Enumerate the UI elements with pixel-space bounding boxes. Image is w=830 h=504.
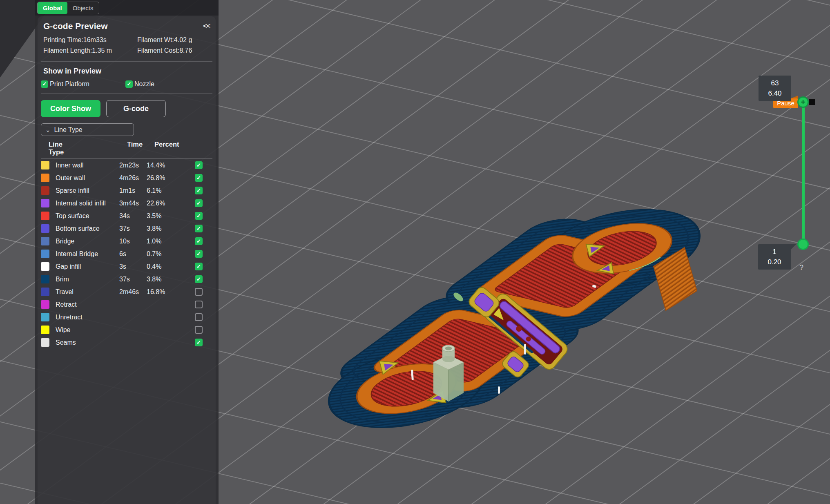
show-in-preview-title: Show in Preview — [43, 67, 210, 76]
line-type-visibility-checkbox[interactable]: ✓ — [195, 174, 203, 182]
bottom-layer-height: 0.20 — [758, 257, 791, 267]
header-time: Time — [127, 140, 154, 156]
line-type-visibility-checkbox[interactable]: ✓ — [195, 263, 203, 270]
line-type-dropdown[interactable]: ⌄ Line Type — [41, 123, 134, 136]
line-type-percent: 1.0% — [147, 238, 195, 245]
seam-tick — [498, 386, 500, 394]
line-type-visibility-checkbox[interactable]: ✓ — [195, 339, 203, 346]
line-type-label: Seams — [56, 339, 119, 346]
line-type-row: Bottom surface37s3.8%✓ — [41, 222, 212, 235]
line-type-percent: 3.8% — [147, 225, 195, 232]
divider — [41, 93, 212, 94]
tab-objects[interactable]: Objects — [67, 2, 99, 14]
line-type-row: Bridge10s1.0%✓ — [41, 235, 212, 248]
gcode-preview-panel: Global Objects G-code Preview << Printin… — [35, 0, 219, 504]
print-stats: Printing Time:16m33s Filament Wt:4.02 g … — [43, 35, 210, 56]
divider — [41, 61, 212, 62]
seam-tick — [524, 344, 526, 355]
line-type-time: 37s — [119, 276, 147, 283]
view-mode-buttons: Color Show G-code — [41, 100, 212, 117]
line-type-row: Brim37s3.8%✓ — [41, 273, 212, 285]
line-type-visibility-checkbox[interactable] — [195, 313, 203, 321]
filament-weight-stat: Filament Wt:4.02 g — [137, 35, 192, 45]
color-show-button[interactable]: Color Show — [41, 100, 100, 117]
line-type-visibility-checkbox[interactable] — [195, 301, 203, 308]
line-type-table-header: Line Type Time Percent — [41, 140, 212, 156]
chevron-down-icon: ⌄ — [45, 128, 51, 132]
line-type-row: Wipe — [41, 323, 212, 336]
line-type-time: 3m44s — [119, 200, 147, 207]
line-type-label: Retract — [56, 301, 119, 308]
color-swatch — [41, 326, 49, 334]
line-type-label: Inner wall — [56, 162, 119, 169]
tab-global[interactable]: Global — [38, 2, 67, 14]
line-type-visibility-checkbox[interactable]: ✓ — [195, 275, 203, 283]
line-type-percent: 22.6% — [147, 200, 195, 207]
color-swatch — [41, 186, 49, 195]
line-type-label: Sparse infill — [56, 187, 119, 194]
line-type-visibility-checkbox[interactable]: ✓ — [195, 187, 203, 194]
color-swatch — [41, 275, 49, 283]
line-type-label: Internal solid infill — [56, 200, 119, 207]
line-type-row: Retract — [41, 298, 212, 311]
color-swatch — [41, 288, 49, 296]
color-swatch — [41, 174, 49, 182]
color-swatch — [41, 199, 49, 207]
help-icon[interactable]: ? — [799, 263, 803, 272]
line-type-label: Wipe — [56, 326, 119, 334]
line-type-time: 34s — [119, 212, 147, 220]
layer-marker-square[interactable] — [809, 99, 815, 105]
line-type-percent: 3.5% — [147, 212, 195, 220]
show-in-preview-options: ✓Print Platform✓Nozzle — [41, 80, 210, 88]
filament-cost-stat: Filament Cost:8.76 — [137, 45, 192, 56]
color-swatch — [41, 250, 49, 258]
bottom-layer-number: 1 — [758, 247, 791, 257]
line-type-time: 10s — [119, 238, 147, 245]
layer-slider-bottom-handle[interactable] — [797, 239, 809, 250]
line-type-time: 3s — [119, 263, 147, 270]
line-type-label: Travel — [56, 288, 119, 296]
line-type-percent: 0.7% — [147, 250, 195, 258]
line-type-visibility-checkbox[interactable]: ✓ — [195, 237, 203, 245]
checkbox[interactable]: ✓ — [41, 80, 48, 88]
color-swatch — [41, 300, 49, 309]
gcode-button[interactable]: G-code — [106, 100, 166, 117]
line-type-row: Internal Bridge6s0.7%✓ — [41, 248, 212, 260]
header-line-type: Line Type — [41, 140, 63, 156]
color-swatch — [41, 237, 49, 245]
line-type-time: 2m46s — [119, 288, 147, 296]
show-in-preview-option: ✓Print Platform — [41, 80, 125, 88]
layer-slider-track[interactable] — [802, 102, 805, 244]
line-type-row: Travel2m46s16.8% — [41, 285, 212, 298]
line-type-visibility-checkbox[interactable]: ✓ — [195, 250, 203, 258]
checkbox[interactable]: ✓ — [125, 80, 133, 88]
line-type-visibility-checkbox[interactable]: ✓ — [195, 225, 203, 232]
plus-icon: + — [801, 98, 805, 106]
collapse-panel-icon[interactable]: << — [203, 22, 210, 30]
line-type-label: Gap infill — [56, 263, 119, 270]
layer-slider-top-handle[interactable]: + — [797, 96, 809, 108]
line-type-visibility-checkbox[interactable]: ✓ — [195, 199, 203, 207]
line-type-label: Brim — [56, 276, 119, 283]
line-type-time: 2m23s — [119, 162, 147, 169]
line-type-dropdown-label: Line Type — [54, 126, 83, 134]
checkbox-label: Nozzle — [134, 80, 154, 88]
line-type-visibility-checkbox[interactable] — [195, 288, 203, 296]
line-type-visibility-checkbox[interactable] — [195, 326, 203, 334]
line-type-visibility-checkbox[interactable]: ✓ — [195, 161, 203, 169]
line-type-time: 1m1s — [119, 187, 147, 194]
line-type-percent: 16.8% — [147, 288, 195, 296]
line-type-row: Inner wall2m23s14.4%✓ — [41, 159, 212, 172]
line-type-row: Sparse infill1m1s6.1%✓ — [41, 184, 212, 197]
line-type-label: Outer wall — [56, 174, 119, 182]
header-percent: Percent — [154, 140, 203, 156]
gcode-preview-card: G-code Preview << Printing Time:16m33s F… — [38, 16, 216, 504]
line-type-visibility-checkbox[interactable]: ✓ — [195, 212, 203, 220]
layer-slider-bottom-tooltip: 1 0.20 — [758, 244, 791, 270]
scope-tabs: Global Objects — [37, 2, 99, 14]
color-swatch — [41, 224, 49, 233]
color-swatch — [41, 338, 49, 347]
line-type-row: Outer wall4m26s26.8%✓ — [41, 172, 212, 184]
color-swatch — [41, 262, 49, 271]
slicer-gcode-preview-window: Global Objects G-code Preview << Printin… — [0, 0, 830, 504]
